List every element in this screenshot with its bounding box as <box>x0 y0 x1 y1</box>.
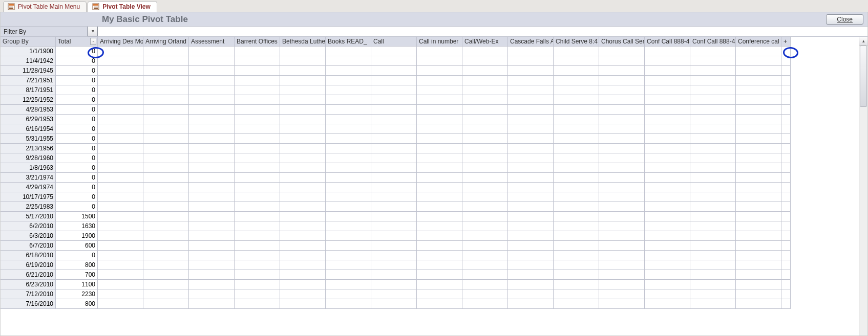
data-cell[interactable] <box>736 231 781 241</box>
table-row[interactable]: 6/21/2010700 <box>1 270 791 280</box>
data-cell[interactable] <box>371 144 417 153</box>
table-row[interactable]: 6/2/20101630 <box>1 221 791 231</box>
data-cell[interactable] <box>554 105 599 115</box>
row-date[interactable]: 1/1/1900 <box>1 47 56 56</box>
data-cell[interactable] <box>645 183 690 192</box>
data-cell[interactable] <box>690 270 736 280</box>
data-cell[interactable] <box>189 260 235 270</box>
data-cell[interactable] <box>690 66 736 76</box>
data-cell[interactable] <box>417 231 462 241</box>
data-cell[interactable] <box>736 280 781 289</box>
data-cell[interactable] <box>189 173 235 183</box>
data-cell[interactable] <box>599 153 645 163</box>
data-cell[interactable] <box>371 270 417 280</box>
data-cell[interactable] <box>508 299 554 309</box>
data-cell[interactable] <box>235 56 280 66</box>
scroll-up-button[interactable]: ▴ <box>859 37 867 46</box>
data-cell[interactable] <box>371 221 417 231</box>
data-cell[interactable] <box>554 260 599 270</box>
data-cell[interactable] <box>462 299 508 309</box>
data-cell[interactable] <box>143 134 189 144</box>
data-cell[interactable] <box>417 221 462 231</box>
row-total[interactable]: 800 <box>56 299 98 309</box>
data-cell[interactable] <box>235 212 280 221</box>
data-cell[interactable] <box>98 289 143 299</box>
data-cell[interactable] <box>143 260 189 270</box>
data-cell[interactable] <box>235 173 280 183</box>
total-header[interactable]: Total - <box>56 37 98 47</box>
data-cell[interactable] <box>143 153 189 163</box>
data-cell[interactable] <box>690 124 736 134</box>
data-cell[interactable] <box>280 56 326 66</box>
data-cell[interactable] <box>371 124 417 134</box>
column-header[interactable]: Barrent Offices <box>235 37 280 47</box>
data-cell[interactable] <box>599 202 645 212</box>
row-total[interactable]: 0 <box>56 76 98 85</box>
data-cell[interactable] <box>98 56 143 66</box>
data-cell[interactable] <box>189 76 235 85</box>
data-cell[interactable] <box>235 124 280 134</box>
data-cell[interactable] <box>235 144 280 153</box>
table-row[interactable]: 7/12/20102230 <box>1 289 791 299</box>
data-cell[interactable] <box>326 134 371 144</box>
data-cell[interactable] <box>235 241 280 251</box>
data-cell[interactable] <box>98 183 143 192</box>
data-cell[interactable] <box>280 299 326 309</box>
data-cell[interactable] <box>280 251 326 260</box>
data-cell[interactable] <box>326 47 371 56</box>
row-total[interactable]: 1500 <box>56 212 98 221</box>
data-cell[interactable] <box>554 280 599 289</box>
data-cell[interactable] <box>280 183 326 192</box>
data-cell[interactable] <box>554 270 599 280</box>
data-cell[interactable] <box>736 153 781 163</box>
row-date[interactable]: 6/29/1953 <box>1 115 56 124</box>
data-cell[interactable] <box>599 212 645 221</box>
data-cell[interactable] <box>326 66 371 76</box>
table-row[interactable]: 7/21/19510 <box>1 76 791 85</box>
data-cell[interactable] <box>371 153 417 163</box>
data-cell[interactable] <box>98 76 143 85</box>
data-cell[interactable] <box>508 270 554 280</box>
data-cell[interactable] <box>417 153 462 163</box>
data-cell[interactable] <box>235 289 280 299</box>
data-cell[interactable] <box>417 202 462 212</box>
data-cell[interactable] <box>462 212 508 221</box>
row-total[interactable]: 0 <box>56 163 98 173</box>
data-cell[interactable] <box>326 76 371 85</box>
data-cell[interactable] <box>690 153 736 163</box>
data-cell[interactable] <box>143 289 189 299</box>
column-header[interactable]: Call/Web-Ex <box>462 37 508 47</box>
row-date[interactable]: 2/25/1983 <box>1 202 56 212</box>
data-cell[interactable] <box>554 212 599 221</box>
data-cell[interactable] <box>280 115 326 124</box>
data-cell[interactable] <box>98 270 143 280</box>
data-cell[interactable] <box>326 163 371 173</box>
data-cell[interactable] <box>554 124 599 134</box>
data-cell[interactable] <box>143 95 189 105</box>
data-cell[interactable] <box>554 231 599 241</box>
data-cell[interactable] <box>462 153 508 163</box>
row-date[interactable]: 3/21/1974 <box>1 173 56 183</box>
data-cell[interactable] <box>235 153 280 163</box>
data-cell[interactable] <box>371 212 417 221</box>
data-cell[interactable] <box>98 47 143 56</box>
data-cell[interactable] <box>417 95 462 105</box>
data-cell[interactable] <box>645 95 690 105</box>
data-cell[interactable] <box>280 289 326 299</box>
data-cell[interactable] <box>690 163 736 173</box>
data-cell[interactable] <box>599 183 645 192</box>
data-cell[interactable] <box>326 251 371 260</box>
row-date[interactable]: 11/28/1945 <box>1 66 56 76</box>
data-cell[interactable] <box>189 66 235 76</box>
data-cell[interactable] <box>280 221 326 231</box>
data-cell[interactable] <box>280 270 326 280</box>
data-cell[interactable] <box>508 95 554 105</box>
data-cell[interactable] <box>554 85 599 95</box>
data-cell[interactable] <box>462 270 508 280</box>
data-cell[interactable] <box>645 173 690 183</box>
row-date[interactable]: 6/18/2010 <box>1 251 56 260</box>
data-cell[interactable] <box>326 202 371 212</box>
data-cell[interactable] <box>554 221 599 231</box>
row-date[interactable]: 6/21/2010 <box>1 270 56 280</box>
data-cell[interactable] <box>690 144 736 153</box>
